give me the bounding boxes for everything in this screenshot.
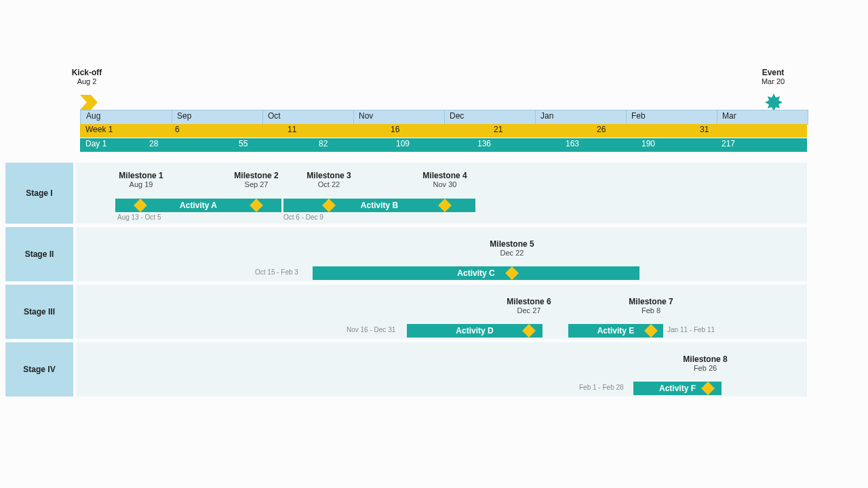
- milestone-2-label: Milestone 2: [226, 171, 287, 180]
- week-6: 6: [175, 125, 180, 134]
- day-163: 163: [566, 139, 579, 148]
- milestone-5-label: Milestone 5: [478, 239, 546, 249]
- activity-d-range: Nov 16 - Dec 31: [347, 326, 395, 333]
- activity-e-label: Activity E: [597, 326, 635, 336]
- diamond-icon: [646, 326, 656, 336]
- activity-a-label: Activity A: [180, 201, 217, 210]
- milestone-4-label: Milestone 4: [414, 171, 475, 180]
- marker-event: Event Mar 20: [746, 68, 800, 85]
- stage-2-label: Stage II: [5, 227, 73, 281]
- month-nov: Nov: [359, 111, 373, 121]
- month-feb: Feb: [631, 111, 646, 121]
- month-sep: Sep: [177, 111, 191, 121]
- milestone-1-label: Milestone 1: [111, 171, 172, 180]
- month-dec: Dec: [450, 111, 464, 121]
- activity-a-range: Aug 13 - Oct 5: [117, 214, 161, 221]
- milestone-6: Milestone 6 Dec 27: [495, 297, 563, 314]
- activity-f-range: Feb 1 - Feb 28: [579, 384, 624, 391]
- milestone-4: Milestone 4 Nov 30: [414, 171, 475, 188]
- timeline-days: Day 1 28 55 82 109 136 163 190 217: [80, 138, 807, 152]
- marker-event-label: Event: [746, 68, 800, 77]
- day-136: 136: [477, 139, 491, 148]
- week-16: 16: [391, 125, 399, 134]
- month-oct: Oct: [268, 111, 281, 121]
- day-217: 217: [722, 139, 735, 148]
- activity-c-label: Activity C: [457, 268, 494, 278]
- milestone-7-date: Feb 8: [617, 306, 685, 314]
- milestone-1-date: Aug 19: [111, 180, 172, 188]
- starburst-icon: [765, 94, 783, 111]
- diamond-icon: [440, 201, 450, 210]
- activity-b-range: Oct 6 - Dec 9: [283, 214, 323, 221]
- week-1: Week 1: [85, 125, 113, 134]
- month-jan: Jan: [540, 111, 553, 121]
- diamond-icon: [252, 201, 261, 210]
- milestone-7-label: Milestone 7: [617, 297, 685, 306]
- day-190: 190: [642, 139, 655, 148]
- stage-1-text: Stage I: [26, 188, 52, 198]
- stage-3-text: Stage III: [24, 307, 55, 317]
- milestone-1: Milestone 1 Aug 19: [111, 171, 172, 188]
- diamond-icon: [136, 201, 145, 210]
- stage-2-text: Stage II: [25, 249, 54, 259]
- marker-kickoff-label: Kick-off: [60, 68, 114, 77]
- milestone-2-date: Sep 27: [226, 180, 287, 188]
- month-mar: Mar: [722, 111, 736, 121]
- week-11: 11: [288, 125, 296, 134]
- milestone-8-date: Feb 26: [671, 364, 739, 372]
- milestone-8: Milestone 8 Feb 26: [671, 354, 739, 372]
- diamond-icon: [703, 384, 713, 393]
- week-26: 26: [597, 125, 606, 134]
- day-55: 55: [239, 139, 248, 148]
- activity-d-label: Activity D: [456, 326, 493, 336]
- milestone-3-date: Oct 22: [298, 180, 359, 188]
- milestone-6-label: Milestone 6: [495, 297, 563, 306]
- milestone-5-date: Dec 22: [478, 249, 546, 257]
- marker-kickoff-date: Aug 2: [60, 77, 114, 85]
- milestone-7: Milestone 7 Feb 8: [617, 297, 685, 314]
- svg-marker-1: [765, 94, 783, 111]
- milestone-3-label: Milestone 3: [298, 171, 359, 180]
- diamond-icon: [524, 326, 534, 336]
- timeline-months: Aug Sep Oct Nov Dec Jan Feb Mar: [80, 110, 808, 125]
- day-82: 82: [319, 139, 328, 148]
- milestone-2: Milestone 2 Sep 27: [226, 171, 287, 188]
- milestone-4-date: Nov 30: [414, 180, 475, 188]
- diamond-icon: [324, 201, 334, 210]
- day-1: Day 1: [85, 139, 106, 148]
- stage-4-text: Stage IV: [23, 365, 55, 374]
- stage-1-label: Stage I: [5, 163, 73, 224]
- svg-marker-0: [80, 95, 98, 110]
- diamond-icon: [507, 268, 517, 278]
- day-109: 109: [396, 139, 410, 148]
- activity-c-range: Oct 15 - Feb 3: [255, 268, 298, 276]
- stage-4-label: Stage IV: [5, 342, 73, 396]
- month-aug: Aug: [86, 111, 100, 121]
- day-28: 28: [149, 139, 158, 148]
- activity-f-label: Activity F: [659, 384, 696, 393]
- marker-event-date: Mar 20: [746, 77, 800, 85]
- activity-c-bar: Activity C: [313, 266, 639, 280]
- week-21: 21: [494, 125, 502, 134]
- milestone-8-label: Milestone 8: [671, 354, 739, 364]
- activity-b-label: Activity B: [361, 201, 398, 210]
- stage-3-label: Stage III: [5, 285, 73, 339]
- milestone-5: Milestone 5 Dec 22: [478, 239, 546, 257]
- week-31: 31: [700, 125, 709, 134]
- milestone-3: Milestone 3 Oct 22: [298, 171, 359, 188]
- marker-kickoff: Kick-off Aug 2: [60, 68, 114, 85]
- timeline-weeks: Week 1 6 11 16 21 26 31: [80, 124, 807, 138]
- activity-e-range: Jan 11 - Feb 11: [667, 326, 715, 333]
- milestone-6-date: Dec 27: [495, 306, 563, 314]
- chevron-icon: [80, 95, 98, 110]
